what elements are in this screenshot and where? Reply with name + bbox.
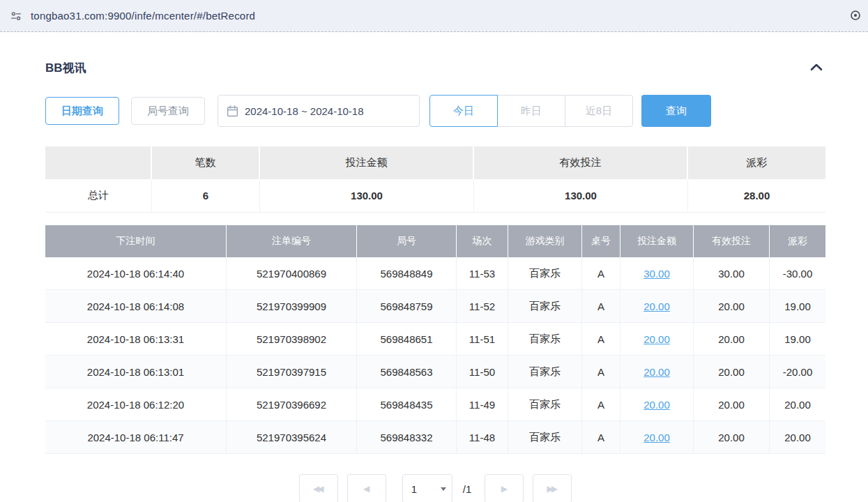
cell-round-no: 569848332 (357, 421, 457, 454)
summary-total-bet-amount: 130.00 (260, 179, 474, 213)
table-row: 2024-10-18 06:13:31 521970398902 5698486… (45, 323, 825, 356)
bet-amount-link[interactable]: 20.00 (644, 399, 670, 411)
quick-today-button[interactable]: 今日 (429, 95, 498, 127)
date-range-picker[interactable]: 2024-10-18 ~ 2024-10-18 (218, 95, 420, 127)
cell-order-no: 521970395624 (227, 421, 357, 454)
pagination: ◀◀ ◀ 1 /1 ▶ ▶▶ (45, 474, 825, 502)
cell-table-no: A (582, 388, 620, 421)
cell-session: 11-49 (457, 388, 508, 421)
cell-table-no: A (582, 323, 620, 356)
header-table-no: 桌号 (582, 225, 620, 257)
panel-header: BB视讯 (45, 59, 825, 77)
summary-total-label: 总计 (45, 179, 152, 213)
bet-amount-link[interactable]: 20.00 (644, 301, 670, 312)
right-arrow-icon: ▶ (501, 484, 508, 494)
header-session: 场次 (457, 225, 508, 257)
next-page-button[interactable]: ▶ (485, 474, 524, 502)
cell-session: 11-48 (457, 421, 508, 454)
cell-session: 11-51 (457, 323, 508, 356)
summary-header-count: 笔数 (152, 146, 260, 179)
cell-round-no: 569848563 (357, 356, 457, 388)
table-row: 2024-10-18 06:13:01 521970397915 5698485… (45, 356, 825, 388)
cell-payout: 20.00 (770, 421, 825, 454)
cell-table-no: A (582, 421, 620, 454)
summary-total-count: 6 (152, 179, 260, 213)
cell-bet-time: 2024-10-18 06:13:01 (45, 356, 227, 388)
search-button[interactable]: 查询 (641, 95, 711, 127)
cell-order-no: 521970396692 (227, 388, 357, 421)
bet-amount-link[interactable]: 20.00 (644, 333, 670, 345)
double-left-arrow-icon: ◀◀ (313, 484, 321, 494)
summary-header-row: 笔数 投注金额 有效投注 派彩 (45, 146, 825, 179)
cell-table-no: A (582, 356, 620, 388)
panel-title: BB视讯 (45, 60, 86, 76)
left-arrow-icon: ◀ (363, 484, 370, 494)
cell-session: 11-52 (457, 290, 508, 323)
site-controls-icon[interactable] (10, 10, 22, 22)
cell-round-no: 569848651 (357, 323, 457, 356)
bet-amount-link[interactable]: 30.00 (644, 268, 670, 280)
quick-date-group: 今日 昨日 近8日 (429, 95, 633, 127)
table-row: 2024-10-18 06:14:40 521970400869 5698488… (45, 257, 825, 290)
header-payout: 派彩 (770, 225, 825, 257)
page-total-label: /1 (463, 483, 472, 495)
cell-game-type: 百家乐 (508, 257, 582, 290)
header-game-type: 游戏类别 (508, 225, 582, 257)
header-bet-amount: 投注金额 (620, 225, 694, 257)
quick-yesterday-button[interactable]: 昨日 (497, 95, 565, 127)
prev-page-button[interactable]: ◀ (347, 474, 386, 502)
cell-bet-time: 2024-10-18 06:14:40 (45, 257, 227, 290)
cell-valid-bet: 20.00 (694, 388, 770, 421)
cell-game-type: 百家乐 (508, 290, 582, 323)
url-text[interactable]: tongbao31.com:9900/infe/mcenter/#/betRec… (31, 10, 255, 22)
bet-amount-link[interactable]: 20.00 (644, 432, 670, 443)
summary-header-valid-bet: 有效投注 (474, 146, 688, 179)
cell-valid-bet: 20.00 (694, 356, 770, 388)
cell-valid-bet: 20.00 (694, 290, 770, 323)
round-query-tab[interactable]: 局号查询 (131, 97, 205, 125)
page-select[interactable]: 1 (402, 474, 452, 502)
cell-round-no: 569848759 (357, 290, 457, 323)
bet-table-header-row: 下注时间 注单编号 局号 场次 游戏类别 桌号 投注金额 有效投注 派彩 (45, 225, 825, 257)
chevron-up-icon (810, 61, 823, 74)
bet-record-page: BB视讯 日期查询 局号查询 2024-10-18 ~ 2024-10-18 (0, 32, 868, 502)
cell-table-no: A (582, 290, 620, 323)
bet-table-body: 2024-10-18 06:14:40 521970400869 5698488… (45, 257, 825, 454)
table-row: 2024-10-18 06:11:47 521970395624 5698483… (45, 421, 825, 454)
cell-bet-time: 2024-10-18 06:13:31 (45, 323, 227, 356)
quick-last8days-button[interactable]: 近8日 (565, 95, 633, 127)
header-bet-time: 下注时间 (45, 225, 227, 257)
header-valid-bet: 有效投注 (694, 225, 770, 257)
cell-valid-bet: 30.00 (694, 257, 770, 290)
filter-toolbar: 日期查询 局号查询 2024-10-18 ~ 2024-10-18 今日 昨日 … (45, 95, 825, 127)
table-row: 2024-10-18 06:14:08 521970399909 5698487… (45, 290, 825, 323)
cell-game-type: 百家乐 (508, 356, 582, 388)
summary-header-payout: 派彩 (688, 146, 825, 179)
cell-session: 11-53 (457, 257, 508, 290)
cell-bet-time: 2024-10-18 06:14:08 (45, 290, 227, 323)
header-round-no: 局号 (357, 225, 457, 257)
cell-session: 11-50 (457, 356, 508, 388)
cell-payout: -30.00 (770, 257, 825, 290)
cell-payout: 19.00 (770, 323, 825, 356)
cell-bet-time: 2024-10-18 06:12:20 (45, 388, 227, 421)
double-right-arrow-icon: ▶▶ (547, 484, 556, 494)
cell-round-no: 569848435 (357, 388, 457, 421)
address-bar-right-icon[interactable] (850, 10, 861, 21)
summary-header-bet-amount: 投注金额 (260, 146, 474, 179)
summary-total-row: 总计 6 130.00 130.00 28.00 (45, 179, 825, 213)
last-page-button[interactable]: ▶▶ (533, 474, 572, 502)
bet-amount-link[interactable]: 20.00 (644, 366, 670, 378)
header-order-no: 注单编号 (227, 225, 357, 257)
cell-order-no: 521970399909 (227, 290, 357, 323)
collapse-panel-button[interactable] (807, 59, 825, 77)
date-query-tab[interactable]: 日期查询 (45, 97, 119, 125)
summary-corner-cell (45, 146, 152, 179)
bet-record-table: 下注时间 注单编号 局号 场次 游戏类别 桌号 投注金额 有效投注 派彩 202… (45, 225, 825, 454)
cell-round-no: 569848849 (357, 257, 457, 290)
first-page-button[interactable]: ◀◀ (299, 474, 338, 502)
cell-game-type: 百家乐 (508, 323, 582, 356)
calendar-icon (227, 105, 238, 117)
cell-table-no: A (582, 257, 620, 290)
address-bar[interactable]: tongbao31.com:9900/infe/mcenter/#/betRec… (0, 0, 868, 32)
